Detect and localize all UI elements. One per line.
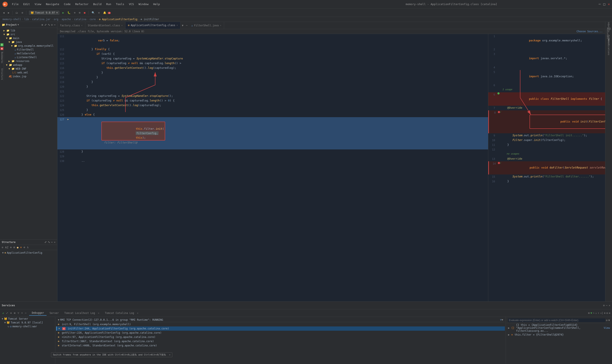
project-dropdown-icon[interactable]: ▼ [18,23,19,26]
locate-icon[interactable]: ⊕ [42,23,43,26]
settings-icon[interactable]: ⚙ [51,23,53,26]
bc-lib[interactable]: lib [24,18,29,21]
choose-sources-button[interactable]: Choose Sources... [576,30,603,33]
tab-localhost-close[interactable]: ✕ [98,312,99,314]
tooltip-close[interactable]: ✕ [169,353,170,356]
tab-nav-arrow[interactable]: ▼ [181,24,184,27]
tree-item-indexjsp[interactable]: 🍂 index.jsp [0,75,57,78]
services-more-icon[interactable]: ⋯ [606,304,608,307]
str-btn-3[interactable]: ⊕ [10,246,12,249]
str-btn-1[interactable]: ≡ [1,246,4,249]
window-controls[interactable]: ─ □ ✕ [598,2,610,6]
tree-item-webinf[interactable]: ▼ 📁 WEB-INF [0,67,57,71]
run-button[interactable]: ▶ [61,11,65,15]
settings-button[interactable]: ⚙ [97,11,101,15]
bc-class[interactable]: ⚙ ApplicationFilterConfig [99,18,137,21]
notifications-tab[interactable]: Notifications [606,44,612,50]
toolbar-forward[interactable]: ▶ [7,11,11,15]
toolbar-settings[interactable]: ⚙ [20,11,24,15]
debug-button[interactable]: 🐛 [66,11,72,15]
menu-vcs[interactable]: VCS [127,2,136,7]
tab-standardcontext-close[interactable]: ✕ [121,24,123,26]
tab-catalina-close[interactable]: ✕ [137,312,138,314]
tomcat-version-item[interactable]: ▼ 🐱 Tomcat 9.0.97 [local] [0,321,55,325]
tab-appfilterconfig-close[interactable]: ✕ [176,24,178,26]
menu-run[interactable]: Run [104,2,113,7]
search-button[interactable]: 🔍 [90,11,96,15]
tree-item-resources[interactable]: ▶ 📁 resources [0,59,57,63]
filter-icon-header[interactable]: ▽ [500,318,502,321]
toolbar-back[interactable]: ◀ [2,11,6,15]
close-button[interactable]: ✕ [608,2,610,6]
menu-bar[interactable]: File Edit View Navigate Code Refactor Bu… [10,2,304,7]
debug-filter-icon[interactable]: ▽ [17,311,20,315]
debug-more2-icon[interactable]: ⋯ [24,311,27,315]
bc-jar[interactable]: catalina.jar [32,18,51,21]
filter-dropdown-icon[interactable]: ▼ [502,318,503,321]
watch-filter[interactable]: ▶ ⊕ this.filter = {FilterShell@2974} [507,333,611,337]
watch-this[interactable]: ▶ {} {} this = {ApplicationFilterConfig@… [507,323,611,333]
stop-button[interactable]: ■ [83,11,87,15]
str-btn-7[interactable]: ⊕ [23,246,26,249]
bc-project[interactable]: memory-shell [2,18,21,21]
menu-help[interactable]: Help [151,2,162,7]
tree-item-webapp[interactable]: ▼ 📁 webapp [0,63,57,67]
menu-view[interactable]: View [32,2,43,7]
str-btn-8[interactable]: λ [27,246,29,249]
frame-init-97[interactable]: ⊕ <init>:97, ApplicationFilterConfig (or… [56,335,505,339]
tomcat-server-item[interactable]: ▼ 🐱 Tomcat Server [0,317,55,321]
tab-standardcontext[interactable]: StandardContext.class ✕ [85,22,125,29]
menu-refactor[interactable]: Refactor [73,2,91,7]
run-configuration[interactable]: 🐱 Tomcat 9.0.97 ▼ [29,11,59,15]
tab-catalina-log[interactable]: Tomcat Catalina Log ✕ [102,311,141,315]
maximize-button[interactable]: □ [603,2,605,6]
bc-catalina[interactable]: catalina [74,18,86,21]
services-close-icon[interactable]: ✕ [609,304,610,307]
tree-item-src[interactable]: ▼ 📁 src [0,32,57,36]
services-settings-icon[interactable]: ⚙ [603,304,605,307]
tree-item-webxml[interactable]: ⟨/⟩ web.xml [0,71,57,75]
tab-filtershell-close[interactable]: ✕ [220,24,221,26]
coverage-button[interactable]: ⊕ [73,11,77,15]
str-collapse-icon[interactable]: ⤡ [48,241,50,244]
tab-debugger[interactable]: Debugger [29,311,47,316]
debug-run-to-cursor-icon[interactable]: →| [600,312,603,314]
tab-server[interactable]: Server [47,311,61,315]
debug-resume-icon[interactable]: ▼ [591,312,592,314]
struct-item[interactable]: ▼ ⊕ ApplicationFilterConfig [1,251,56,255]
menu-code[interactable]: Code [62,2,73,7]
str-btn-2[interactable]: AZ [5,246,9,249]
tree-item-package[interactable]: ▼ 📁 org.example.memoryshell [0,44,57,48]
debug-evaluate-icon[interactable]: ⊕ [604,312,605,314]
frame-startinternal-4486[interactable]: ⊕ startInternal:4486, StandardContext (o… [56,343,505,348]
debug-expand-icon[interactable]: ⤢ [5,311,9,315]
debug-restart-icon[interactable]: ↺ [2,311,4,315]
tree-item-java[interactable]: ▼ 📁 java [0,40,57,44]
eval-settings-icon[interactable]: ⚙ [606,319,608,322]
collapse-icon[interactable]: ⤡ [48,23,50,26]
str-expand-icon[interactable]: ⤢ [44,241,47,244]
bc-apache[interactable]: apache [62,18,71,21]
debug-settings-icon[interactable]: ⚙ [606,312,608,314]
tree-item-main[interactable]: ▼ 📁 main [0,36,57,40]
str-btn-6[interactable]: ⊕ [20,246,22,249]
menu-file[interactable]: File [10,2,21,7]
menu-navigate[interactable]: Navigate [44,2,61,7]
profile-button[interactable]: ⊞ [78,11,82,15]
debug-step-into-icon[interactable]: ↓ [595,312,597,314]
debug-layout-icon[interactable]: ≡ [609,312,610,314]
left-code-editor[interactable]: 111 var5 = false; 112 } finally { [57,34,488,301]
bc-core[interactable]: core [89,18,96,21]
str-close-icon[interactable]: ✕ [54,241,56,244]
debug-step-out-icon[interactable]: ↑ [598,312,599,314]
debug-jump-icon[interactable]: ⊕ [10,311,12,315]
menu-tools[interactable]: Tools [114,2,126,7]
right-code-editor[interactable]: 1 package org.example.memoryshell; 2 [488,34,605,301]
tab-localhost-log[interactable]: Tomcat Localhost Log ✕ [62,311,102,315]
tab-more[interactable]: ⋯ [185,24,189,27]
watch-view-link[interactable]: View [604,326,610,329]
debug-add-icon[interactable]: + [21,311,23,315]
str-more-icon[interactable]: ⋯ [51,241,53,244]
frame-init-9[interactable]: ⊕ init:9, FilterShell (org.example.memor… [56,322,505,326]
notifications-button[interactable]: 🔔 2 [102,11,112,15]
